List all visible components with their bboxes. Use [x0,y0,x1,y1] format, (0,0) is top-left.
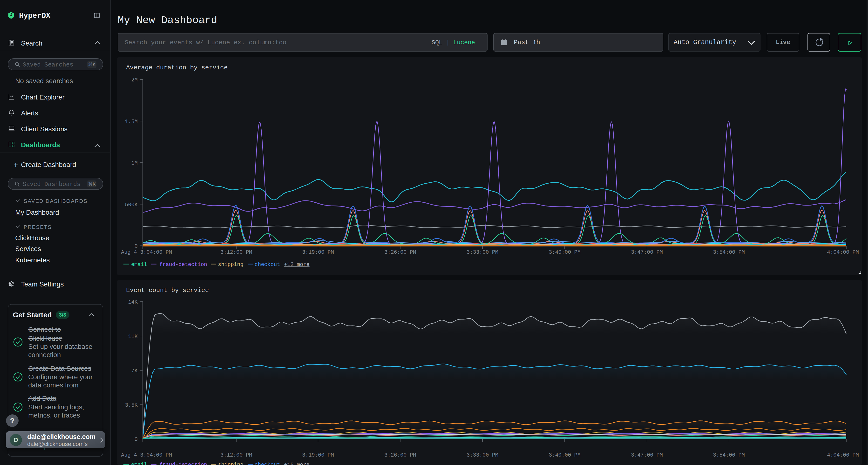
svg-text:email: email [131,262,147,268]
svg-text:3:54:00 PM: 3:54:00 PM [713,250,745,255]
svg-text:1.5M: 1.5M [125,119,138,125]
svg-text:3:40:00 PM: 3:40:00 PM [549,452,581,458]
svg-text:3:19:00 PM: 3:19:00 PM [302,250,334,255]
svg-text:500K: 500K [125,202,138,208]
svg-text:3:33:00 PM: 3:33:00 PM [467,250,498,255]
svg-text:14K: 14K [128,299,138,305]
svg-text:+12 more: +12 more [284,262,310,268]
svg-text:3:26:00 PM: 3:26:00 PM [384,250,416,255]
svg-text:1M: 1M [131,160,138,166]
svg-text:0: 0 [134,437,138,442]
svg-text:3:19:00 PM: 3:19:00 PM [302,452,334,458]
svg-text:email: email [131,462,147,465]
svg-text:Aug 4 3:04:00 PM: Aug 4 3:04:00 PM [121,452,172,458]
svg-text:11K: 11K [128,334,138,340]
svg-text:3:33:00 PM: 3:33:00 PM [467,452,498,458]
svg-text:fraud-detection: fraud-detection [159,462,207,465]
svg-text:shipping: shipping [218,262,244,268]
svg-text:3:47:00 PM: 3:47:00 PM [631,452,663,458]
svg-text:3:12:00 PM: 3:12:00 PM [220,452,252,458]
svg-text:3:26:00 PM: 3:26:00 PM [384,452,416,458]
svg-text:checkout: checkout [255,462,280,465]
svg-text:+15 more: +15 more [284,462,310,465]
svg-text:Aug 4 3:04:00 PM: Aug 4 3:04:00 PM [121,250,172,255]
svg-text:3:40:00 PM: 3:40:00 PM [549,250,581,255]
svg-text:0: 0 [134,243,138,250]
svg-text:3:47:00 PM: 3:47:00 PM [631,250,663,255]
svg-text:3.5K: 3.5K [125,402,138,408]
svg-text:3:12:00 PM: 3:12:00 PM [220,250,252,255]
svg-text:fraud-detection: fraud-detection [159,262,207,268]
svg-text:3:54:00 PM: 3:54:00 PM [713,452,745,458]
svg-text:checkout: checkout [255,262,280,268]
svg-text:4:04:00 PM: 4:04:00 PM [827,452,859,458]
svg-text:shipping: shipping [218,462,244,465]
svg-text:4:04:00 PM: 4:04:00 PM [827,250,859,255]
svg-text:7K: 7K [131,368,138,374]
svg-text:2M: 2M [131,77,138,83]
